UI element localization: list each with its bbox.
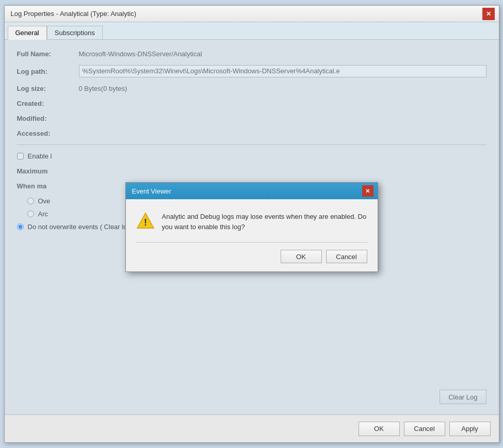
dialog-ok-button[interactable]: OK [281, 250, 322, 263]
title-bar: Log Properties - Analytical (Type: Analy… [5, 6, 499, 22]
dialog-title: Event Viewer [132, 187, 171, 195]
dialog-cancel-button[interactable]: Cancel [326, 250, 367, 263]
event-viewer-dialog: Event Viewer ✕ ! Analytic and Debug logs… [125, 182, 378, 272]
warning-icon: ! [136, 212, 155, 230]
dialog-separator [136, 242, 367, 243]
dialog-message: Analytic and Debug logs may lose events … [162, 212, 367, 232]
modal-overlay: Event Viewer ✕ ! Analytic and Debug logs… [5, 40, 499, 414]
dialog-content: ! Analytic and Debug logs may lose event… [126, 199, 378, 271]
apply-button[interactable]: Apply [449, 422, 491, 436]
dialog-close-button[interactable]: ✕ [362, 185, 374, 197]
tab-general[interactable]: General [8, 26, 47, 40]
dialog-message-row: ! Analytic and Debug logs may lose event… [136, 212, 367, 232]
main-window: Log Properties - Analytical (Type: Analy… [4, 5, 499, 443]
tab-subscriptions[interactable]: Subscriptions [47, 26, 103, 40]
content-area: Full Name: Microsoft-Windows-DNSServer/A… [5, 40, 499, 414]
bottom-bar: OK Cancel Apply [5, 414, 499, 442]
cancel-button[interactable]: Cancel [404, 422, 445, 436]
window-title: Log Properties - Analytical (Type: Analy… [11, 10, 137, 18]
tabs-container: General Subscriptions [5, 22, 499, 40]
window-close-button[interactable]: ✕ [482, 8, 495, 20]
svg-text:!: ! [144, 217, 147, 228]
ok-button[interactable]: OK [359, 422, 400, 436]
dialog-buttons: OK Cancel [136, 250, 367, 263]
dialog-title-bar: Event Viewer ✕ [126, 183, 378, 199]
